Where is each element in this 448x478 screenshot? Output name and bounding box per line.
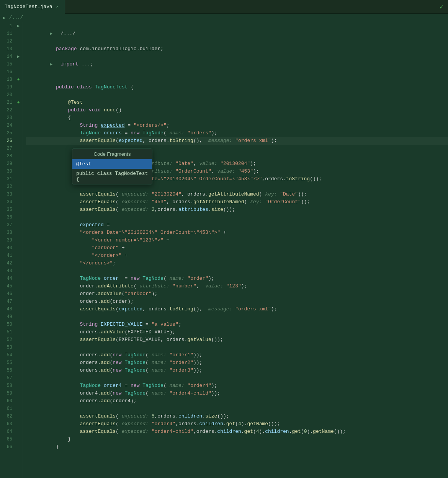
line-row: 18 ● [0,76,23,83]
line-number: 39 [0,237,15,244]
code-area[interactable]: ▶ /.../ package com.industriallogic.buil… [23,22,448,478]
line-row: 34 [0,198,23,206]
line-number: 35 [0,206,15,214]
line-number: 51 [0,328,15,336]
line-number: 12 [0,38,15,45]
line-row: 38 [0,229,23,237]
line-row: 22 [0,106,23,114]
line-number: 59 [0,390,15,397]
line-number: 22 [0,106,15,114]
tab-close-button[interactable]: × [55,4,60,10]
editor-body: 1 ▶ 11 12 13 14 ▶ 15 [0,22,448,478]
breakpoint-icon[interactable]: ● [15,76,21,83]
line-row: 52 [0,336,23,344]
popup-item-class[interactable]: public class TagNodeTest { [72,169,152,184]
line-row: 39 [0,237,23,244]
code-line: orders.add(new TagNode( name: "order1"))… [26,344,448,351]
code-line: assertEquals( expected: 5,orders.childre… [26,405,448,413]
line-row: 57 [0,374,23,382]
code-line: @Test [26,91,448,99]
line-number: 44 [0,275,15,282]
code-line [26,30,448,38]
breadcrumb: ▶ /.../ [0,14,448,22]
line-row: 15 [0,60,23,68]
line-row: 24 [0,122,23,129]
line-row: 13 [0,45,23,53]
line-row: 43 [0,267,23,275]
line-number: 21 [0,99,15,106]
line-number: 48 [0,305,15,313]
line-number: 62 [0,413,15,420]
line-number: 40 [0,244,15,252]
line-number: 27 [0,145,15,152]
line-number: 11 [0,30,15,38]
line-number: 66 [0,443,15,451]
line-row: 59 [0,390,23,397]
fold-icon[interactable]: ▶ [15,53,21,60]
line-row: 26 [0,137,23,145]
fold-arrow-breadcrumb[interactable]: ▶ [3,15,8,20]
line-row: 46 [0,290,23,298]
code-line: TagNode order = new TagNode( name: "orde… [26,267,448,275]
line-row: 29 [0,160,23,168]
line-number: 56 [0,367,15,374]
line-number: 61 [0,405,15,413]
editor-container: TagNodeTest.java × ✓ ▶ /.../ 1 ▶ 11 12 [0,0,448,478]
line-row: 48 [0,305,23,313]
code-line: public void node() [26,99,448,106]
line-number: 14 [0,53,15,60]
line-number: 30 [0,168,15,175]
line-number: 20 [0,91,15,99]
line-row: 11 [0,30,23,38]
line-number: 46 [0,290,15,298]
active-tab[interactable]: TagNodeTest.java × [0,0,65,14]
line-number: 47 [0,298,15,305]
line-number: 52 [0,336,15,344]
fold-icon[interactable]: ▶ [15,22,21,30]
line-number: 28 [0,152,15,160]
line-row: 1 ▶ [0,22,23,30]
line-number: 31 [0,175,15,183]
line-row: 16 [0,68,23,76]
line-row: 36 [0,214,23,221]
code-line: ▶ import ...; [26,53,448,60]
line-number: 53 [0,344,15,351]
line-row: 60 [0,397,23,405]
code-line: expected = [26,214,448,221]
line-row: 27 [0,145,23,152]
line-number: 42 [0,259,15,267]
line-row: 40 [0,244,23,252]
line-row: 54 [0,351,23,359]
line-row: 28 [0,152,23,160]
line-row: 31 [0,175,23,183]
line-row: 21 ● [0,99,23,106]
line-number: 38 [0,229,15,237]
code-line: String expected = "<orders/>"; [26,114,448,122]
line-number: 43 [0,267,15,275]
line-number: 24 [0,122,15,129]
line-number: 55 [0,359,15,367]
line-row: 63 [0,420,23,428]
line-row: 55 [0,359,23,367]
code-line: TagNode order4 = new TagNode( name: "ord… [26,374,448,382]
line-number: 45 [0,282,15,290]
code-line [26,68,448,76]
breakpoint-icon[interactable]: ● [15,99,21,106]
code-line [26,443,448,451]
popup-item-label: @Test [76,161,91,167]
breadcrumb-path: /.../ [9,15,23,20]
tab-bar-checkmark: ✓ [440,3,448,11]
line-row: 65 [0,436,23,443]
line-row: 25 [0,129,23,137]
line-row: 35 [0,206,23,214]
line-number: 16 [0,68,15,76]
popup-title: Code Fragments [72,149,152,159]
line-row: 44 [0,275,23,282]
popup-item-test[interactable]: @Test [72,159,152,169]
tab-filename: TagNodeTest.java [5,4,52,10]
line-row: 64 [0,428,23,436]
line-number: 1 [0,22,15,30]
line-number: 49 [0,313,15,321]
line-row: 58 [0,382,23,390]
line-row: 37 [0,221,23,229]
